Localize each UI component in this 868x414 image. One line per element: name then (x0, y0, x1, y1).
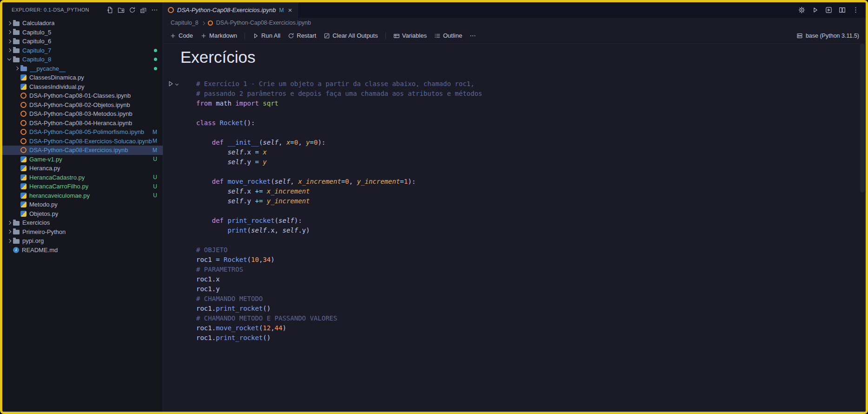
tree-item-herancaveiculomae-py[interactable]: herancaveiculomae.pyU (2, 191, 163, 200)
code-line[interactable]: self.y += y_increment (196, 196, 482, 206)
toolbar-restart-button[interactable]: Restart (288, 32, 316, 39)
tree-item-dsa-python-cap08-exercicios-solucao-ipynb[interactable]: DSA-Python-Cap08-Exercicios-Solucao.ipyn… (2, 137, 163, 146)
code-token: self (227, 187, 243, 195)
explorer-header: EXPLORER: 0.1-DSA_PYTHON (2, 2, 163, 17)
tree-item-heranca-py[interactable]: Heranca.py (2, 164, 163, 173)
tree-item-decorations: U (153, 156, 163, 162)
scrollbar-thumb[interactable] (860, 44, 865, 193)
git-status-badge: U (153, 192, 157, 199)
code-cell[interactable]: # Exercício 1 - Crie um objeto a partir … (163, 77, 866, 343)
code-line[interactable]: # CHAMANDO METODO (196, 294, 482, 304)
code-line[interactable]: def __init__(self, x=0, y=0): (196, 138, 482, 147)
play-icon[interactable] (812, 7, 819, 13)
code-line[interactable]: roc1 = Rocket(10,34) (196, 255, 482, 265)
toolbar-clear-all-outputs-button[interactable]: Clear All Outputs (324, 32, 378, 39)
run-cell-button[interactable] (167, 80, 174, 87)
new-folder-icon[interactable] (118, 7, 125, 13)
breadcrumb-file[interactable]: DSA-Python-Cap08-Exercicios.ipynb (216, 20, 311, 26)
code-line[interactable] (196, 108, 482, 118)
tree-item-dsa-python-cap08-04-heranca-ipynb[interactable]: DSA-Python-Cap08-04-Heranca.ipynb (2, 119, 163, 128)
tree-item-label: pypi.org (22, 237, 44, 244)
code-line[interactable]: # CHAMANDO METODO E PASSANDO VALORES (196, 314, 482, 323)
tree-item-classesdinamica-py[interactable]: ClassesDinamica.py (2, 73, 163, 82)
tree-item-label: DSA-Python-Cap08-04-Heranca.ipynb (29, 120, 132, 127)
code-line[interactable] (196, 128, 482, 138)
tree-item-game-v1-py[interactable]: Game-v1.pyU (2, 155, 163, 164)
code-line[interactable]: self.x = x (196, 147, 482, 157)
code-line[interactable]: self.y = y (196, 157, 482, 167)
toolbar-more-button[interactable] (470, 33, 476, 39)
code-line[interactable]: roc1.x (196, 274, 482, 284)
tree-item-classesindividual-py[interactable]: ClassesIndividual.py (2, 82, 163, 92)
tab-close-icon[interactable]: × (287, 7, 293, 13)
split-icon[interactable] (839, 7, 846, 13)
code-lines[interactable]: # Exercício 1 - Crie um objeto a partir … (196, 79, 482, 343)
breadcrumb-folder[interactable]: Capitulo_8 (171, 20, 199, 26)
code-line[interactable]: roc1.y (196, 284, 482, 294)
tree-item-primeiro-python[interactable]: Primeiro-Python (2, 227, 163, 237)
code-line[interactable]: roc1.move_rocket(12,44) (196, 323, 482, 333)
more-v-icon[interactable] (852, 7, 859, 13)
tree-item-decorations: U (153, 174, 163, 180)
tree-item-metodo-py[interactable]: Metodo.py (2, 200, 163, 209)
new-file-icon[interactable] (106, 7, 113, 13)
code-line[interactable]: # OBJETO (196, 245, 482, 255)
tree-item-herancacadastro-py[interactable]: HerancaCadastro.pyU (2, 173, 163, 182)
tab-notebook[interactable]: DSA-Python-Cap08-Exercicios.ipynb M × (163, 2, 298, 18)
chevron-slot (5, 221, 13, 224)
toolbar-outline-button[interactable]: Outline (434, 32, 462, 39)
code-line[interactable] (196, 235, 482, 245)
code-token: self (227, 197, 243, 205)
chevron-down-icon (7, 57, 11, 60)
code-line[interactable]: # Exercício 1 - Crie um objeto a partir … (196, 79, 482, 89)
more-h-icon[interactable] (151, 7, 158, 13)
explorer-actions (106, 7, 158, 13)
tree-item-dsa-python-cap08-exercicios-ipynb[interactable]: DSA-Python-Cap08-Exercicios.ipynbM (2, 146, 163, 155)
toolbar-run-all-button[interactable]: Run All (252, 32, 280, 39)
tree-item-exercicios[interactable]: Exercicios (2, 218, 163, 227)
code-line[interactable] (196, 206, 482, 216)
code-line[interactable]: def move_rocket(self, x_increment=0, y_i… (196, 177, 482, 187)
refresh-icon[interactable] (129, 7, 136, 13)
code-line[interactable]: def print_rocket(self): (196, 216, 482, 226)
markdown-cell[interactable]: Exercícios (163, 44, 866, 77)
kernel-picker[interactable]: base (Python 3.11.5) (796, 33, 866, 39)
code-line[interactable] (196, 167, 482, 177)
tree-item-objetos-py[interactable]: Objetos.py (2, 209, 163, 219)
code-line[interactable]: self.x += x_increment (196, 187, 482, 196)
tree-item-pypi-org[interactable]: pypi.org (2, 236, 163, 246)
code-line[interactable]: roc1.print_rocket() (196, 304, 482, 314)
tree-item-dsa-python-cap08-02-objetos-ipynb[interactable]: DSA-Python-Cap08-02-Objetos.ipynb (2, 100, 163, 110)
explorer-sidebar: EXPLORER: 0.1-DSA_PYTHON CalculadoraCapi… (2, 2, 163, 412)
tree-item-capitulo-7[interactable]: Capitulo_7 (2, 46, 163, 55)
code-line[interactable]: from math import sqrt (196, 99, 482, 108)
collapse-all-icon[interactable] (140, 7, 147, 13)
tree-item-dsa-python-cap08-01-classes-ipynb[interactable]: DSA-Python-Cap08-01-Classes.ipynb (2, 91, 163, 100)
tree-item-capitulo-5[interactable]: Capitulo_5 (2, 28, 163, 37)
code-line[interactable]: roc1.print_rocket() (196, 333, 482, 343)
notebook-file-icon (20, 120, 27, 126)
chevron-down-icon[interactable] (175, 82, 179, 86)
tree-item-herancacarrofilho-py[interactable]: HerancaCarroFilho.pyU (2, 182, 163, 191)
tree-item-capitulo-8[interactable]: Capitulo_8 (2, 55, 163, 64)
code-line[interactable]: # passando 2 parâmetros e depois faça um… (196, 89, 482, 99)
code-line[interactable]: print(self.x, self.y) (196, 226, 482, 235)
toolbar-code-button[interactable]: Code (170, 32, 193, 39)
gear-icon[interactable] (798, 7, 805, 13)
tree-item-dsa-python-cap08-03-metodos-ipynb[interactable]: DSA-Python-Cap08-03-Metodos.ipynb (2, 109, 163, 119)
toolbar-markdown-button[interactable]: Markdown (200, 32, 237, 39)
toolbar-divider (245, 33, 245, 39)
tree-item-calculadora[interactable]: Calculadora (2, 19, 163, 28)
code-line[interactable]: # PARAMETROS (196, 265, 482, 274)
tree-item-pycache[interactable]: __pycache__ (2, 64, 163, 73)
notebook-file-icon (20, 93, 27, 99)
kernel-box-icon[interactable] (825, 7, 832, 13)
folder-icon (20, 67, 27, 71)
tree-item-label: HerancaCadastro.py (29, 174, 85, 181)
tree-item-readme-md[interactable]: iREADME.md (2, 246, 163, 255)
toolbar-variables-button[interactable]: Variables (393, 32, 427, 39)
code-line[interactable]: class Rocket(): (196, 118, 482, 128)
tree-item-dsa-python-cap08-05-polimorfismo-ipynb[interactable]: DSA-Python-Cap08-05-Polimorfismo.ipynbM (2, 127, 163, 137)
tree-item-capitulo-6[interactable]: Capitulo_6 (2, 37, 163, 46)
editor-scrollbar[interactable] (860, 44, 865, 412)
